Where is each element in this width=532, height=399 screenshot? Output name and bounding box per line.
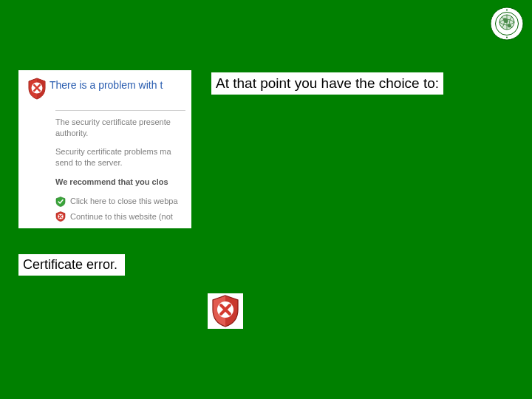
divider: [55, 110, 185, 111]
figure-caption: Certificate error.: [18, 254, 125, 276]
cert-error-title: There is a problem with t: [50, 78, 163, 92]
svg-point-4: [506, 10, 508, 11]
cert-error-line1b: authority.: [55, 129, 88, 137]
cert-error-line1: The security certificate presente author…: [55, 117, 185, 139]
cert-error-line2: Security certificate problems ma send to…: [55, 146, 185, 168]
institute-seal-logo: [489, 6, 525, 41]
cert-error-body: The security certificate presente author…: [24, 117, 185, 228]
slide-heading: At that point you have the choice to:: [211, 72, 443, 95]
svg-point-5: [506, 37, 508, 38]
certificate-error-panel: There is a problem with t The security c…: [18, 70, 191, 228]
cert-error-line2a: Security certificate problems ma: [55, 147, 171, 156]
cert-error-header: There is a problem with t: [24, 76, 185, 107]
cert-error-recommend: We recommend that you clos: [55, 177, 185, 188]
option-continue-label: Continue to this website (not: [70, 211, 173, 222]
option-close-webpage[interactable]: Click here to close this webpa: [55, 194, 185, 209]
cert-error-line1a: The security certificate presente: [55, 117, 171, 126]
shield-check-icon: [55, 197, 66, 207]
shield-x-icon: [55, 211, 66, 222]
large-shield-error-icon: [208, 293, 243, 329]
option-continue-website[interactable]: Continue to this website (not: [55, 209, 185, 225]
option-close-label: Click here to close this webpa: [70, 196, 178, 207]
shield-error-icon: [24, 78, 50, 100]
cert-error-line2b: send to the server.: [55, 158, 123, 167]
